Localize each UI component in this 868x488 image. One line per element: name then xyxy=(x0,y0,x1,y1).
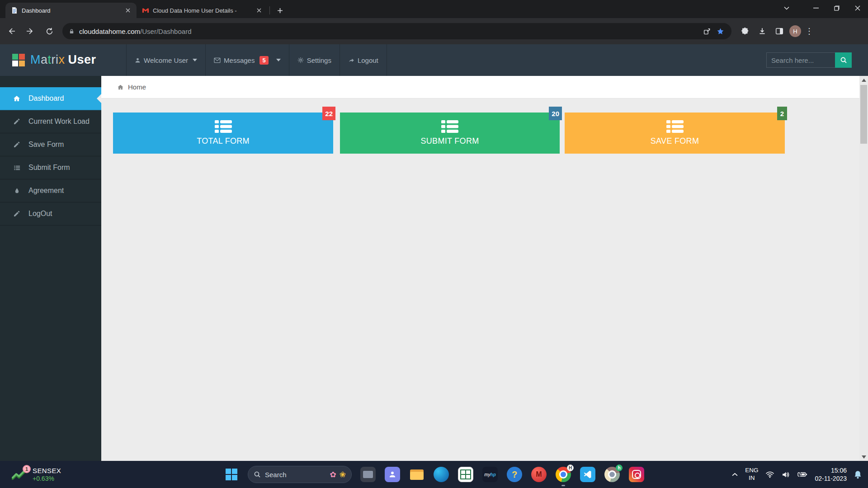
sidebar-item-submit-form[interactable]: Submit Form xyxy=(0,156,101,179)
instagram-icon[interactable] xyxy=(628,466,645,483)
submit-form-card[interactable]: 20 SUBMIT FORM xyxy=(340,113,560,154)
stock-widget[interactable]: 1 SENSEX +0.63% xyxy=(12,461,61,488)
downloads-icon[interactable] xyxy=(755,24,769,38)
excel-icon[interactable] xyxy=(458,466,474,483)
scrollbar-thumb[interactable] xyxy=(860,85,867,144)
home-icon xyxy=(12,95,21,102)
sidebar-item-logout[interactable]: LogOut xyxy=(0,202,101,225)
search-input[interactable] xyxy=(766,52,835,68)
stock-change: +0.63% xyxy=(33,475,61,482)
maximize-button[interactable] xyxy=(826,0,847,16)
page-viewport: MatrixUser Welcome User Messages 5 Setti… xyxy=(0,44,868,461)
battery-charging-icon[interactable] xyxy=(797,471,807,478)
side-panel-icon[interactable] xyxy=(772,24,787,38)
scroll-down-button[interactable] xyxy=(859,453,868,461)
sidebar-item-agreement[interactable]: Agreement xyxy=(0,179,101,202)
vscode-icon[interactable] xyxy=(580,466,596,483)
sidebar-item-save-form[interactable]: Save Form xyxy=(0,133,101,156)
start-button[interactable] xyxy=(223,466,240,483)
save-form-card[interactable]: 2 SAVE FORM xyxy=(565,113,785,154)
toolbar-right-icons: H ⋮ xyxy=(738,24,815,38)
taskbar-search-label: Search xyxy=(265,471,326,479)
app-header: MatrixUser Welcome User Messages 5 Setti… xyxy=(0,44,868,76)
tray-time: 15:06 xyxy=(831,467,847,474)
desktop-app-icon[interactable] xyxy=(360,466,376,483)
myhp-icon[interactable]: myhp xyxy=(482,466,498,483)
reload-button[interactable] xyxy=(42,23,57,39)
top-navigation: Welcome User Messages 5 Settings Logout xyxy=(126,44,387,76)
chevron-down-icon[interactable] xyxy=(276,59,281,61)
share-icon[interactable] xyxy=(700,24,713,38)
extensions-icon[interactable] xyxy=(738,24,752,38)
total-form-card[interactable]: 22 TOTAL FORM xyxy=(113,113,333,154)
search-icon xyxy=(254,471,261,478)
pencil-icon xyxy=(12,210,21,217)
forward-button[interactable] xyxy=(23,23,38,39)
grid-list-icon xyxy=(666,120,684,133)
language-indicator[interactable]: ENGIN xyxy=(745,467,758,482)
teams-icon[interactable] xyxy=(384,466,401,483)
breadcrumb-home-link[interactable]: Home xyxy=(128,83,146,91)
tray-chevron-up-icon[interactable] xyxy=(732,473,738,477)
windows-taskbar: 1 SENSEX +0.63% Search ✿ ❀ myhp ? M H xyxy=(0,461,868,488)
matrix-user-logo[interactable]: MatrixUser xyxy=(12,53,96,67)
widget-notification-badge: 1 xyxy=(23,465,31,473)
grid-list-icon xyxy=(441,120,458,133)
edge-icon[interactable] xyxy=(433,466,449,483)
tab-title: Dashboard xyxy=(22,7,120,14)
window-controls xyxy=(806,0,868,16)
sidebar-item-label: Submit Form xyxy=(28,164,70,172)
close-window-button[interactable] xyxy=(847,0,868,16)
sidebar-item-current-work-load[interactable]: Current Work Load xyxy=(0,110,101,133)
tab-dashboard[interactable]: Dashboard xyxy=(5,3,137,18)
tab-divider xyxy=(269,6,270,14)
logout-menu[interactable]: Logout xyxy=(340,44,387,76)
page-scrollbar[interactable] xyxy=(859,76,868,461)
submit-form-count-badge: 20 xyxy=(549,107,562,120)
mcafee-icon[interactable]: M xyxy=(531,466,547,483)
clock[interactable]: 15:0602-11-2023 xyxy=(815,466,847,483)
chrome-profile-icon[interactable]: h xyxy=(604,466,620,483)
browser-toolbar: clouddatahome.com/User/Dashboard H ⋮ xyxy=(0,18,868,44)
save-form-count-badge: 2 xyxy=(777,107,787,120)
card-label: TOTAL FORM xyxy=(197,136,250,146)
messages-label: Messages xyxy=(224,56,255,64)
chrome-icon[interactable]: H xyxy=(555,466,571,483)
tab-cloud-data-home[interactable]: Cloud Data Home User Details - xyxy=(137,3,268,18)
browser-tab-strip: Dashboard Cloud Data Home User Details - xyxy=(0,0,868,18)
grid-list-icon xyxy=(215,120,232,133)
notification-bell-icon[interactable] xyxy=(854,470,862,479)
tab-close-icon[interactable] xyxy=(255,6,263,14)
minimize-button[interactable] xyxy=(806,0,826,16)
stock-text: SENSEX +0.63% xyxy=(33,467,61,482)
url-host: clouddatahome.com xyxy=(79,28,140,35)
wifi-icon[interactable] xyxy=(765,471,774,478)
sidebar-item-label: Current Work Load xyxy=(28,117,90,126)
card-label: SAVE FORM xyxy=(651,136,699,146)
logo-user: User xyxy=(68,53,96,66)
tab-close-icon[interactable] xyxy=(124,6,132,14)
settings-menu[interactable]: Settings xyxy=(289,44,340,76)
back-button[interactable] xyxy=(4,23,19,39)
profile-letter-badge: h xyxy=(616,465,623,471)
browser-profile-avatar[interactable]: H xyxy=(789,25,801,37)
welcome-user-menu[interactable]: Welcome User xyxy=(127,44,206,76)
search-button[interactable] xyxy=(835,52,852,68)
address-bar[interactable]: clouddatahome.com/User/Dashboard xyxy=(62,23,731,39)
help-icon[interactable]: ? xyxy=(506,466,523,483)
sidebar-item-label: Agreement xyxy=(28,187,64,195)
messages-menu[interactable]: Messages 5 xyxy=(206,44,289,76)
browser-menu-icon[interactable]: ⋮ xyxy=(804,26,815,36)
url-text: clouddatahome.com/User/Dashboard xyxy=(79,28,700,35)
scroll-up-button[interactable] xyxy=(859,76,868,84)
bookmark-star-icon[interactable] xyxy=(713,24,727,38)
pencil-icon xyxy=(12,118,21,125)
list-icon xyxy=(12,164,21,171)
new-tab-button[interactable] xyxy=(274,4,286,17)
url-path: /User/Dashboard xyxy=(140,28,191,35)
taskbar-search-box[interactable]: Search ✿ ❀ xyxy=(248,466,352,483)
volume-icon[interactable] xyxy=(782,471,790,478)
file-explorer-icon[interactable] xyxy=(409,466,425,483)
sidebar-item-dashboard[interactable]: Dashboard xyxy=(0,87,101,110)
tab-search-chevron-icon[interactable] xyxy=(778,0,796,16)
